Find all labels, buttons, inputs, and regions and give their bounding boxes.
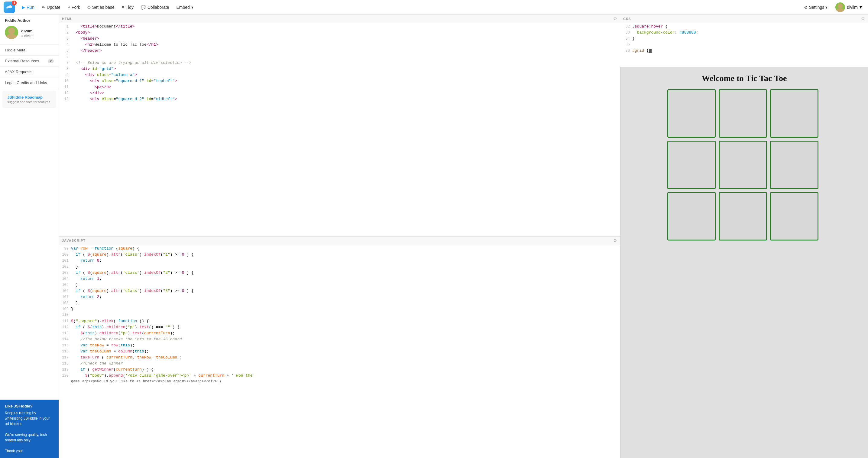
css-code-content[interactable]: 32 .square:hover { 33 background-color: … [620, 23, 868, 67]
collaborate-button[interactable]: 💬 Collaborate [138, 3, 172, 11]
tag-icon: ◇ [87, 5, 91, 10]
html-header: HTML ⚙ [59, 15, 620, 23]
roadmap-title[interactable]: JSFiddle Roadmap [7, 95, 51, 99]
js-code-content[interactable]: 99 var row = function (square) { 100 if … [59, 245, 620, 458]
svg-point-1 [836, 8, 844, 12]
svg-point-0 [838, 4, 843, 8]
css-panel: CSS ⚙ 32 .square:hover { 33 background-c… [620, 15, 868, 67]
user-circle-icon: ● [21, 34, 23, 37]
user-chevron-icon: ▾ [860, 4, 862, 10]
table-row: 116 var theColumn = column(this); [59, 349, 620, 355]
sidebar-item-legal[interactable]: Legal, Credits and Links [0, 78, 59, 88]
fiddle-author-title: Fiddle Author [5, 18, 54, 23]
table-row: 3 <header> [59, 36, 620, 42]
run-button[interactable]: ▶ Run [19, 3, 37, 11]
edit-icon: ✏ [42, 5, 45, 10]
css-lang-label: CSS [623, 17, 631, 21]
tic-cell-4[interactable] [667, 141, 716, 189]
main-area: Fiddle Author diviim ● diviim [0, 15, 868, 458]
table-row: 107 return 2; [59, 295, 620, 301]
table-row: 117 takeTurn ( currentTurn, theRow, theC… [59, 355, 620, 361]
table-row: 102 } [59, 264, 620, 270]
table-row: 8 <div id="grid"> [59, 66, 620, 73]
tic-cell-7[interactable] [667, 192, 716, 240]
table-row: 35 [620, 42, 868, 49]
html-lang-label: HTML [62, 17, 72, 21]
table-row: 103 if ( $(square).attr('class').indexOf… [59, 270, 620, 277]
tic-cell-8[interactable] [719, 192, 767, 240]
right-area: CSS ⚙ 32 .square:hover { 33 background-c… [620, 15, 868, 458]
fiddle-author-section: Fiddle Author diviim ● diviim [0, 15, 59, 45]
tic-cell-9[interactable] [770, 192, 818, 240]
author-name: diviim [21, 29, 34, 33]
sidebar: Fiddle Author diviim ● diviim [0, 15, 59, 458]
table-row: 100 if ( $(square).attr('class').indexOf… [59, 252, 620, 258]
settings-chevron-icon: ▾ [826, 5, 828, 10]
table-row: 2 <body> [59, 30, 620, 36]
tic-cell-2[interactable] [719, 89, 767, 138]
tic-cell-6[interactable] [770, 141, 818, 189]
table-row: 9 <div class="column a"> [59, 73, 620, 79]
fork-button[interactable]: ⑂ Fork [65, 3, 83, 11]
roadmap-subtitle: suggest and vote for features [7, 100, 51, 104]
fork-icon: ⑂ [68, 5, 70, 10]
html-code-content[interactable]: 1 <title>Document</title> 2 <body> 3 <he… [59, 23, 620, 236]
left-panels: HTML ⚙ 1 <title>Document</title> 2 <body… [59, 15, 620, 458]
css-header: CSS ⚙ [620, 15, 868, 23]
css-lines: 32 .square:hover { 33 background-color: … [620, 23, 868, 56]
tic-cell-1[interactable] [667, 89, 716, 138]
table-row: 13 <div class="square d 2" id="midLeft"> [59, 97, 620, 103]
preview-title: Welcome to Tic Tac Toe [626, 74, 862, 83]
table-row: 34 } [620, 36, 868, 42]
table-row: 33 background-color: #888888; [620, 30, 868, 36]
table-row: 6 [59, 54, 620, 60]
tic-tac-toe-grid [667, 89, 822, 240]
avatar [835, 2, 845, 12]
table-row: 108 } [59, 301, 620, 307]
css-settings-icon[interactable]: ⚙ [861, 16, 865, 21]
table-row: 104 return 1; [59, 277, 620, 283]
table-row: 120 $("body").append('<div class="game-o… [59, 373, 620, 379]
tic-cell-3[interactable] [770, 89, 818, 138]
table-row: 105 } [59, 283, 620, 289]
sidebar-item-fiddle-meta[interactable]: Fiddle Meta [0, 45, 59, 56]
embed-button[interactable]: Embed ▾ [174, 3, 196, 11]
table-row: 1 <title>Document</title> [59, 24, 620, 30]
table-row: 115 var theRow = row(this); [59, 343, 620, 349]
table-row: 106 if ( $(square).attr('class').indexOf… [59, 289, 620, 295]
js-lines: 99 var row = function (square) { 100 if … [59, 245, 620, 387]
html-settings-icon[interactable]: ⚙ [613, 16, 617, 21]
set-as-base-button[interactable]: ◇ Set as base [84, 3, 118, 11]
tidy-icon: ≡ [122, 5, 124, 10]
tidy-button[interactable]: ≡ Tidy [119, 3, 136, 11]
tic-cell-5[interactable] [719, 141, 767, 189]
author-info: diviim ● diviim [21, 29, 34, 38]
table-row: 101 return 0; [59, 258, 620, 264]
js-lang-label: JAVASCRIPT [62, 239, 86, 242]
logo-area[interactable]: 4 [4, 1, 15, 13]
table-row: 4 <h1>Welcome to Tic Tac Toe</h1> [59, 42, 620, 49]
run-icon: ▶ [22, 5, 25, 10]
table-row: 32 .square:hover { [620, 24, 868, 30]
sidebar-item-external-resources[interactable]: External Resources 2 [0, 56, 59, 66]
table-row: 111 $(".square").click( function () { [59, 319, 620, 325]
user-menu-button[interactable]: diviim ▾ [833, 1, 864, 13]
svg-point-2 [8, 28, 15, 34]
notification-badge: 4 [12, 1, 17, 5]
table-row: game.</p><p>Would you like to <a href="/… [59, 379, 620, 385]
sidebar-item-ajax-requests[interactable]: AJAX Requests [0, 66, 59, 78]
table-row: 112 if ( $(this).children("p").text() ==… [59, 325, 620, 331]
table-row: 99 var row = function (square) { [59, 246, 620, 252]
update-button[interactable]: ✏ Update [39, 3, 63, 11]
svg-point-3 [6, 34, 17, 39]
chevron-down-icon: ▾ [191, 5, 193, 10]
table-row: 12 </div> [59, 91, 620, 97]
js-panel: JAVASCRIPT ⚙ 99 var row = function (squa… [59, 236, 620, 458]
js-settings-icon[interactable]: ⚙ [613, 238, 617, 243]
ad-body: Keep us running by whitelisting JSFiddle… [5, 410, 54, 454]
roadmap-section[interactable]: JSFiddle Roadmap suggest and vote for fe… [2, 91, 56, 108]
author-avatar [5, 26, 18, 39]
toolbar: 4 ▶ Run ✏ Update ⑂ Fork ◇ Set as base ≡ … [0, 0, 868, 15]
html-panel: HTML ⚙ 1 <title>Document</title> 2 <body… [59, 15, 620, 236]
settings-button[interactable]: ⚙ Settings ▾ [801, 3, 831, 11]
